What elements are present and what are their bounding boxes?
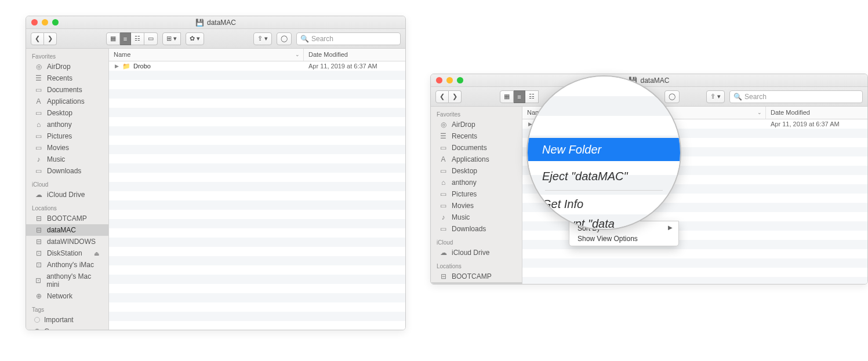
sidebar-item-recents[interactable]: ☰Recents <box>431 130 522 142</box>
loc-icon: ⊡ <box>34 276 42 285</box>
zoom-button[interactable] <box>52 19 59 25</box>
search-field[interactable]: 🔍 Search <box>729 90 863 103</box>
action-button[interactable]: ✿ ▾ <box>186 32 204 45</box>
fav-icon: A <box>439 155 448 163</box>
sort-indicator-icon: ⌄ <box>295 52 300 57</box>
sidebar-item-anthony[interactable]: ⌂anthony <box>431 177 522 188</box>
titlebar[interactable]: 💾 dataMAC <box>431 74 867 87</box>
sidebar-item-label: Documents <box>47 86 82 94</box>
file-rows[interactable]: ▶ 📁 Drobo Apr 11, 2019 at 6:37 AM <box>109 61 405 330</box>
forward-button[interactable]: ❯ <box>44 32 57 45</box>
sidebar-item-desktop[interactable]: ▭Desktop <box>26 107 108 119</box>
tags-button[interactable]: ◯ <box>664 90 680 103</box>
list-view-button[interactable]: ≡ <box>514 90 525 103</box>
sidebar-item-diskstation[interactable]: ⊡DiskStation⏏ <box>26 247 108 259</box>
sidebar-item-label: anthony's Mac mini <box>46 272 103 289</box>
nav-buttons: ❮ ❯ <box>31 32 57 45</box>
sidebar-item-important[interactable]: Important <box>26 314 108 326</box>
sidebar-item-bootcamp[interactable]: ⊟BOOTCAMP <box>26 213 108 224</box>
sidebar-item-bootcamp[interactable]: ⊟BOOTCAMP <box>431 271 522 282</box>
sidebar-item-datawindows[interactable]: ⊟dataWINDOWS <box>26 236 108 247</box>
sidebar-item-datamac[interactable]: ⊟dataMAC <box>26 224 108 236</box>
cloud-icon: ☁ <box>439 249 448 257</box>
view-switcher: ▦ ≡ ☷ <box>500 90 538 103</box>
column-name[interactable]: Name ⌄ <box>109 49 304 61</box>
fav-icon: ▭ <box>34 144 43 152</box>
sidebar-item-music[interactable]: ♪Music <box>26 154 108 165</box>
column-view-button[interactable]: ☷ <box>131 32 144 45</box>
sidebar-item-downloads[interactable]: ▭Downloads <box>26 165 108 177</box>
fav-icon: A <box>34 97 43 105</box>
sidebar-item-label: Anthony's iMac <box>47 261 94 269</box>
gallery-view-button[interactable]: ▭ <box>144 32 158 45</box>
sidebar-item-label: Gray <box>44 327 59 330</box>
sidebar-item-airdrop[interactable]: ◎AirDrop <box>431 119 522 130</box>
fav-icon: ▭ <box>34 167 43 175</box>
sidebar-item-applications[interactable]: AApplications <box>26 96 108 107</box>
forward-button[interactable]: ❯ <box>449 90 462 103</box>
sidebar-item-recents[interactable]: ☰Recents <box>26 72 108 84</box>
sidebar-item-label: Desktop <box>452 167 477 175</box>
sidebar-item-pictures[interactable]: ▭Pictures <box>26 130 108 142</box>
sidebar-heading: Locations <box>26 200 108 213</box>
sidebar-item-anthony-s-mac-mini[interactable]: ⊡anthony's Mac mini <box>26 271 108 290</box>
sidebar-item-gray[interactable]: Gray <box>26 326 108 330</box>
sidebar-item-icloud-drive[interactable]: ☁iCloud Drive <box>26 189 108 200</box>
column-date[interactable]: Date Modified <box>766 107 867 119</box>
sidebar-item-documents[interactable]: ▭Documents <box>431 142 522 154</box>
sidebar-item-movies[interactable]: ▭Movies <box>431 200 522 212</box>
back-button[interactable]: ❮ <box>435 90 449 103</box>
search-field[interactable]: 🔍 Search <box>296 32 401 45</box>
zoom-button[interactable] <box>457 77 463 83</box>
sidebar-item-icloud-drive[interactable]: ☁iCloud Drive <box>431 247 522 258</box>
sidebar-item-desktop[interactable]: ▭Desktop <box>431 165 522 177</box>
tags-button[interactable]: ◯ <box>277 32 292 45</box>
disclosure-triangle-icon[interactable]: ▶ <box>115 63 119 69</box>
submenu-arrow-icon: ▶ <box>668 224 673 231</box>
close-button[interactable] <box>436 77 442 83</box>
sidebar-item-music[interactable]: ♪Music <box>431 212 522 223</box>
minimize-button[interactable] <box>446 77 453 83</box>
menu-item-new-folder[interactable]: New Folder <box>528 138 680 161</box>
icon-view-button[interactable]: ▦ <box>500 90 514 103</box>
tag-dot-icon <box>34 329 40 330</box>
arrange-button[interactable]: ⊞ ▾ <box>162 32 181 45</box>
search-icon: 🔍 <box>733 93 742 101</box>
sidebar-item-pictures[interactable]: ▭Pictures <box>431 188 522 200</box>
icon-view-button[interactable]: ▦ <box>106 32 120 45</box>
search-placeholder: Search <box>744 93 767 101</box>
minimize-button[interactable] <box>42 19 48 25</box>
menu-item-eject[interactable]: Eject "dataMAC" <box>528 165 680 188</box>
sidebar-item-label: Music <box>452 213 470 221</box>
share-button[interactable]: ⇪ ▾ <box>253 32 272 45</box>
menu-item-show-view-options[interactable]: Show View Options <box>569 234 678 244</box>
table-row[interactable]: ▶ 📁 Drobo Apr 11, 2019 at 6:37 AM <box>109 61 405 71</box>
back-button[interactable]: ❮ <box>31 32 44 45</box>
sidebar-item-label: iCloud Drive <box>47 191 85 199</box>
column-date[interactable]: Date Modified <box>304 49 405 61</box>
sidebar-item-airdrop[interactable]: ◎AirDrop <box>26 61 108 72</box>
magnifier-lens: New Folder Eject "dataMAC" Get Info ▶ cr… <box>526 75 681 230</box>
file-name: Drobo <box>133 63 304 70</box>
sidebar-item-downloads[interactable]: ▭Downloads <box>431 223 522 235</box>
sidebar-item-anthony-s-imac[interactable]: ⊡Anthony's iMac <box>26 259 108 271</box>
close-button[interactable] <box>31 19 38 25</box>
eject-icon[interactable]: ⏏ <box>94 250 103 257</box>
column-view-button[interactable]: ☷ <box>525 90 539 103</box>
search-placeholder: Search <box>311 35 333 43</box>
sidebar-item-documents[interactable]: ▭Documents <box>26 84 108 96</box>
sidebar-item-label: anthony <box>452 178 477 187</box>
sidebar-item-movies[interactable]: ▭Movies <box>26 142 108 154</box>
share-button[interactable]: ⇪ ▾ <box>706 90 725 103</box>
sidebar-item-anthony[interactable]: ⌂anthony <box>26 119 108 130</box>
view-switcher: ▦ ≡ ☷ ▭ <box>106 32 158 45</box>
sidebar-item-network[interactable]: ⊕Network <box>26 290 108 302</box>
list-view-button[interactable]: ≡ <box>120 32 131 45</box>
titlebar[interactable]: 💾 dataMAC <box>26 16 405 29</box>
sidebar-item-datamac[interactable]: ⊟dataMAC <box>431 282 522 284</box>
fav-icon: ▭ <box>34 86 43 94</box>
sidebar-item-applications[interactable]: AApplications <box>431 154 522 165</box>
fav-icon: ▭ <box>439 144 448 152</box>
cloud-icon: ☁ <box>34 191 43 199</box>
fav-icon: ▭ <box>34 132 43 140</box>
